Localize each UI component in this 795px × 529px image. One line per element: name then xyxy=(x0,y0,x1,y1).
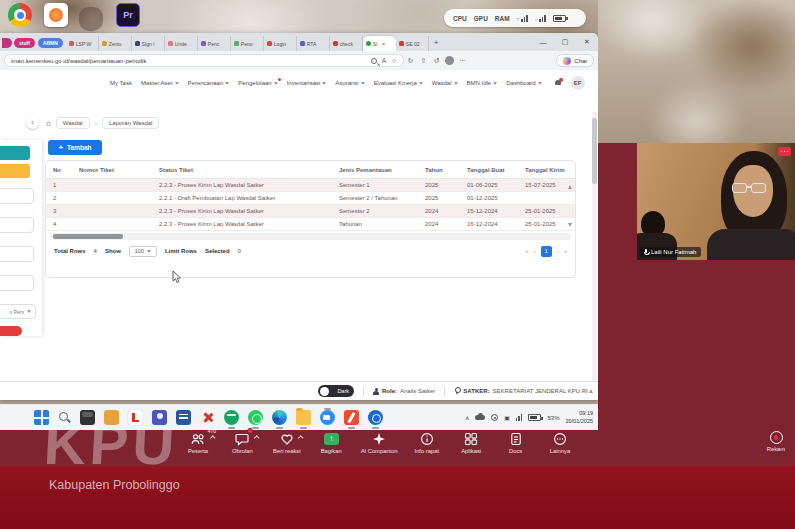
tab-close-icon[interactable]: ✕ xyxy=(382,41,386,47)
taskbar-clock[interactable]: 09:19 20/01/2025 xyxy=(565,410,593,426)
chevron-up-icon[interactable] xyxy=(210,435,215,440)
chevron-up-icon[interactable] xyxy=(254,435,259,440)
browser-tab[interactable]: Login xyxy=(264,36,297,51)
browser-tab[interactable]: RTA xyxy=(297,36,330,51)
col-header[interactable]: Nama xyxy=(574,167,576,173)
tab-group-abmn[interactable]: ABMN xyxy=(38,38,63,48)
folder-icon[interactable] xyxy=(296,410,311,425)
browser-tab-active[interactable]: SI✕ xyxy=(363,36,396,51)
file-explorer-icon[interactable] xyxy=(80,410,95,425)
col-header[interactable]: Nomor Tiket xyxy=(72,167,152,173)
browser-tab[interactable]: SE 02 xyxy=(396,36,429,51)
participant-video-tile[interactable]: Laili Nur Fatimah xyxy=(637,143,795,260)
word-icon[interactable] xyxy=(176,410,191,425)
address-bar[interactable]: iman.kemenkeu.go.id/wasdal/pemantauan-pe… xyxy=(4,54,404,67)
drawer-teal-bar[interactable] xyxy=(0,146,30,160)
bell-icon[interactable] xyxy=(554,79,562,87)
nav-item-my-task[interactable]: My Task xyxy=(110,80,132,86)
premiere-icon[interactable]: Pr xyxy=(116,3,140,27)
drawer-red-button[interactable] xyxy=(0,326,22,336)
nav-item-perencanaan[interactable]: Perencanaan xyxy=(188,80,230,86)
favorite-star-icon[interactable]: ☆ xyxy=(391,57,397,65)
last-page-icon[interactable]: » xyxy=(564,248,567,254)
refresh-icon[interactable]: ↻ xyxy=(404,57,417,65)
prev-page-icon[interactable]: ‹ xyxy=(534,248,536,254)
ai-companion-button[interactable]: AI Companion xyxy=(361,431,398,465)
drawer-yellow-bar[interactable] xyxy=(0,164,30,178)
url-text[interactable]: iman.kemenkeu.go.id/wasdal/pemantauan-pe… xyxy=(11,58,366,64)
footer-caret-icon[interactable] xyxy=(589,389,593,393)
wifi-icon[interactable] xyxy=(516,414,523,421)
profile-avatar-icon[interactable] xyxy=(445,56,454,65)
table-row[interactable]: 4 2.2.3 - Proses Kirim Lap Wasdal Satker… xyxy=(46,218,575,231)
drawer-dropdown[interactable]: n Pers xyxy=(0,304,36,319)
nav-item-inventarisasi[interactable]: Inventarisasi xyxy=(287,80,327,86)
browser-tab[interactable]: check xyxy=(330,36,363,51)
nav-item-evaluasi-kinerja[interactable]: Evaluasi Kinerja xyxy=(374,80,423,86)
green-app-icon[interactable] xyxy=(224,410,239,425)
drawer-input[interactable] xyxy=(0,188,34,204)
zoom-search-icon[interactable] xyxy=(371,58,377,64)
table-row[interactable]: 2 2.2.1 - Draft Pembuatan Lap Wasdal Sat… xyxy=(46,192,575,205)
participant-video-blurred[interactable] xyxy=(598,0,795,143)
more-button[interactable]: Lainnya xyxy=(545,431,575,465)
orange-app-taskbar-icon[interactable] xyxy=(104,410,119,425)
minimize-icon[interactable]: — xyxy=(532,39,554,46)
adobe-x-icon[interactable] xyxy=(200,410,215,425)
table-scroll-down-icon[interactable] xyxy=(568,223,572,227)
drawer-input[interactable] xyxy=(0,217,34,233)
l-app-icon[interactable] xyxy=(128,410,143,425)
drawer-input[interactable] xyxy=(0,275,34,291)
zoom-app-icon[interactable] xyxy=(320,410,335,425)
read-aloud-icon[interactable]: A xyxy=(382,57,386,64)
col-header[interactable]: Status Tiket xyxy=(152,167,332,173)
location-tray-icon[interactable] xyxy=(491,414,498,421)
col-header[interactable]: Tahun xyxy=(418,167,460,173)
tab-group-fragment[interactable] xyxy=(2,38,12,48)
nav-item-wasdal[interactable]: Wasdal xyxy=(432,80,458,86)
table-scroll-up-icon[interactable] xyxy=(568,185,572,189)
more-menu-icon[interactable]: ⋯ xyxy=(456,57,469,65)
tambah-button[interactable]: + Tambah xyxy=(48,140,102,155)
emblem-icon[interactable] xyxy=(79,7,103,31)
orange-app-icon[interactable] xyxy=(44,3,68,27)
share-screen-button[interactable]: ↑ Bagikan xyxy=(316,431,346,465)
browser-tab[interactable]: LSP W xyxy=(66,36,99,51)
breadcrumb-laporan-wasdal[interactable]: Laporan Wasdal xyxy=(102,117,159,129)
reactions-button[interactable]: Beri reaksi xyxy=(272,431,302,465)
teams-icon[interactable] xyxy=(152,410,167,425)
onedrive-icon[interactable] xyxy=(475,415,485,420)
record-button[interactable]: Rekam xyxy=(758,431,794,452)
participants-button[interactable]: 470 Peserta xyxy=(183,431,213,465)
red-app-icon[interactable] xyxy=(344,410,359,425)
per-page-select[interactable]: 100 xyxy=(129,246,157,257)
breadcrumb-wasdal[interactable]: Wasdal xyxy=(56,117,90,129)
tray-expand-icon[interactable]: ∧ xyxy=(465,414,469,421)
browser-tab[interactable]: Sign i xyxy=(132,36,165,51)
home-icon[interactable]: ⌂ xyxy=(46,119,51,128)
browser-tab[interactable]: Peno xyxy=(231,36,264,51)
maximize-icon[interactable]: ▢ xyxy=(554,38,576,46)
drawer-input[interactable] xyxy=(0,246,34,262)
page-scrollbar[interactable] xyxy=(592,112,597,400)
table-row[interactable]: 3 2.2.3 - Proses Kirim Lap Wasdal Satker… xyxy=(46,205,575,218)
current-page-button[interactable]: 1 xyxy=(541,246,552,257)
browser-tab[interactable]: Zeniu xyxy=(99,36,132,51)
browser-tab[interactable]: Unde xyxy=(165,36,198,51)
chevron-up-icon[interactable] xyxy=(299,435,304,440)
nav-item-master-aset[interactable]: Master Aset xyxy=(141,80,179,86)
close-icon[interactable]: ✕ xyxy=(576,38,598,46)
history-icon[interactable]: ↺ xyxy=(430,57,443,65)
blue-app-icon[interactable] xyxy=(368,410,383,425)
col-header[interactable]: No xyxy=(46,167,72,173)
table-horizontal-scrollbar[interactable] xyxy=(50,233,571,240)
share-icon[interactable]: ⇧ xyxy=(417,57,430,65)
user-avatar[interactable]: EF xyxy=(571,76,585,90)
nav-item-dashboard[interactable]: Dashboard xyxy=(506,80,541,86)
meeting-info-button[interactable]: Info rapat xyxy=(412,431,442,465)
nav-item-asuransi[interactable]: Asuransi xyxy=(335,80,364,86)
browser-tab[interactable]: Penc xyxy=(198,36,231,51)
col-header[interactable]: Tanggal Kirim xyxy=(518,167,574,173)
screenshot-tray-icon[interactable]: ▣ xyxy=(504,414,510,421)
collapse-sidebar-button[interactable]: ‹ xyxy=(26,116,39,129)
